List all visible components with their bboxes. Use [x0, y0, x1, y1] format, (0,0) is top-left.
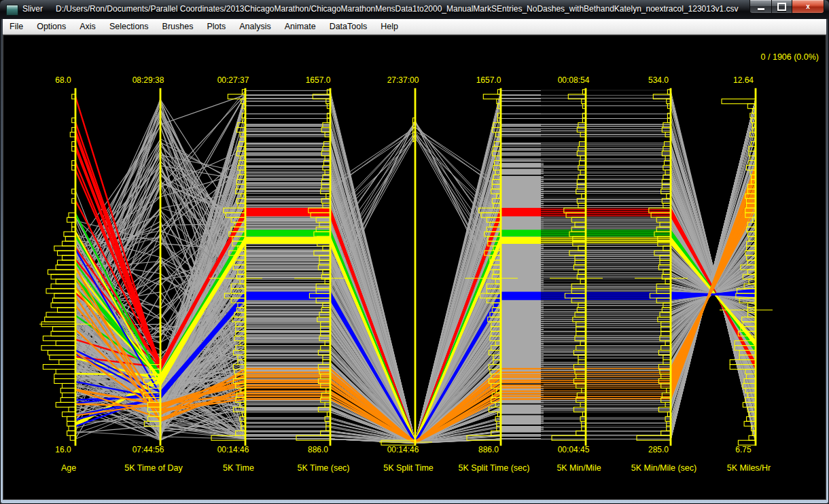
- selection-count: 0 / 1906 (0.0%): [761, 52, 819, 62]
- axis-min-label: 00:14:46: [217, 445, 249, 454]
- menu-item-options[interactable]: Options: [30, 20, 73, 33]
- axis-name-label: 5K Time (sec): [297, 463, 349, 473]
- menu-item-selections[interactable]: Selections: [103, 20, 156, 33]
- axis-min-label: 00:04:45: [558, 445, 590, 454]
- axis-max-label: 12.64: [733, 75, 754, 85]
- menu-item-brushes[interactable]: Brushes: [156, 20, 200, 33]
- axis-max-label: 1657.0: [306, 75, 331, 85]
- plot-svg[interactable]: 68.016.0Age08:29:3807:44:565K Time of Da…: [3, 35, 826, 499]
- axis-max-label: 00:08:54: [558, 75, 590, 85]
- axis-min-label: 285.0: [648, 445, 669, 454]
- window-controls: x: [749, 0, 824, 14]
- menu-item-file[interactable]: File: [3, 20, 30, 33]
- app-icon: [6, 5, 18, 16]
- axis-max-label: 534.0: [648, 75, 669, 85]
- minimize-button[interactable]: [749, 0, 772, 14]
- axis-min-label: 16.0: [55, 445, 71, 454]
- axis-name-label: 5K Min/Mile: [557, 463, 601, 473]
- axis-max-label: 08:29:38: [133, 75, 164, 85]
- axis-min-label: 886.0: [308, 445, 328, 454]
- axis-name-label: 5K Miles/Hr: [727, 463, 771, 473]
- axis-name-label: 5K Split Time (sec): [459, 463, 530, 473]
- axis-min-label: 886.0: [478, 445, 499, 454]
- axis-max-label: 27:37:00: [387, 75, 419, 85]
- axis-max-label: 68.0: [55, 75, 71, 85]
- axis-name-label: 5K Split Time: [383, 463, 434, 473]
- axis-max-label: 1657.0: [476, 75, 501, 85]
- axis-name-label: 5K Time of Day: [124, 463, 183, 473]
- title-bar[interactable]: Sliver D:/Users/Ron/Documents/Parallel C…: [0, 0, 829, 19]
- menu-item-analysis[interactable]: Analysis: [232, 20, 278, 33]
- axis-min-label: 00:14:46: [387, 445, 419, 454]
- app-name: Sliver: [22, 4, 43, 14]
- parallel-coordinates-canvas[interactable]: 68.016.0Age08:29:3807:44:565K Time of Da…: [3, 35, 826, 500]
- axis-min-label: 07:44:56: [133, 445, 164, 454]
- menu-item-plots[interactable]: Plots: [200, 20, 232, 33]
- maximize-icon: [777, 3, 786, 11]
- menu-bar: FileOptionsAxisSelectionsBrushesPlotsAna…: [3, 19, 826, 35]
- window-title: Sliver D:/Users/Ron/Documents/Parallel C…: [22, 4, 741, 14]
- menu-item-datatools[interactable]: DataTools: [323, 20, 374, 33]
- axis-name-label: 5K Time: [223, 463, 254, 473]
- axis-min-label: 6.75: [735, 445, 752, 454]
- file-path: D:/Users/Ron/Documents/Parallel Coordina…: [56, 4, 739, 14]
- close-button[interactable]: x: [792, 0, 824, 14]
- menu-item-animate[interactable]: Animate: [278, 20, 323, 33]
- app-window: Sliver D:/Users/Ron/Documents/Parallel C…: [0, 0, 829, 504]
- minimize-icon: [758, 8, 764, 10]
- axis-max-label: 00:27:37: [217, 75, 249, 85]
- maximize-button[interactable]: [772, 0, 792, 14]
- menu-item-help[interactable]: Help: [374, 20, 405, 33]
- axis-name-label: Age: [61, 463, 76, 473]
- close-icon: x: [806, 3, 810, 10]
- axis-name-label: 5K Min/Mile (sec): [631, 463, 696, 473]
- menu-item-axis[interactable]: Axis: [73, 20, 103, 33]
